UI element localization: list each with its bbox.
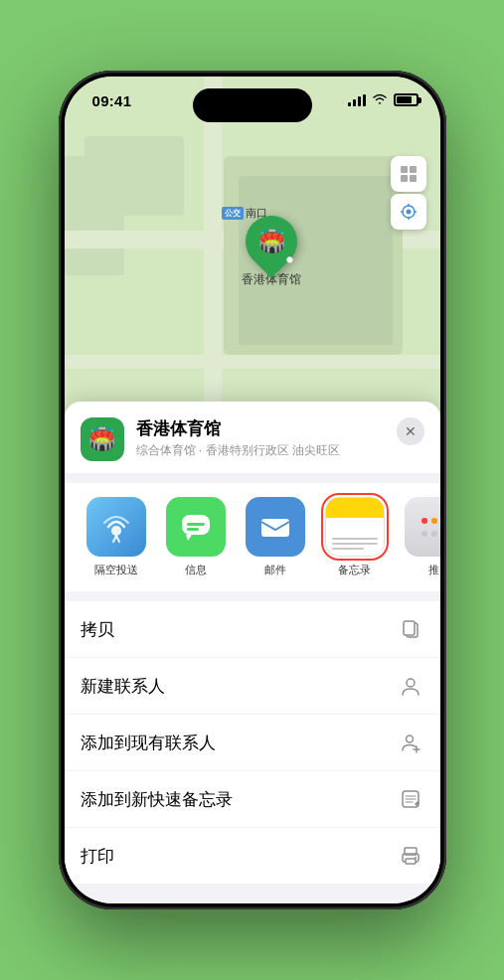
share-actions-row: 隔空投送 信息 [65,483,440,591]
copy-icon [397,615,424,643]
svg-rect-30 [406,859,416,864]
status-icons [348,92,419,107]
close-button[interactable]: ✕ [397,417,424,445]
wifi-icon [372,92,388,107]
dynamic-island [193,88,312,122]
notes-visual [326,498,384,556]
svg-point-20 [407,679,415,687]
share-messages[interactable]: 信息 [160,497,232,577]
action-list: 拷贝 新建联系人 [65,601,440,884]
more-label: 推 [428,563,439,577]
action-copy-label: 拷贝 [81,618,397,641]
svg-rect-2 [401,175,408,182]
airdrop-icon-wrap [86,497,146,557]
action-add-contact-label: 添加到现有联系人 [81,732,397,754]
map-type-button[interactable] [391,156,426,192]
svg-point-21 [406,735,413,742]
messages-label: 信息 [185,563,207,577]
location-subtitle: 综合体育馆 · 香港特别行政区 油尖旺区 [136,442,397,459]
person-add-icon [397,729,424,756]
location-venue-icon: 🏟️ [81,417,124,461]
location-header: 🏟️ 香港体育馆 综合体育馆 · 香港特别行政区 油尖旺区 ✕ [65,402,440,473]
more-dots [421,518,440,537]
close-icon: ✕ [405,423,417,439]
action-new-contact-label: 新建联系人 [81,675,397,698]
location-info: 香港体育馆 综合体育馆 · 香港特别行政区 油尖旺区 [136,417,397,459]
svg-point-10 [111,526,121,536]
status-time: 09:41 [92,92,132,109]
transit-badge: 公交 [222,207,244,220]
share-mail[interactable]: 邮件 [240,497,311,577]
person-icon [397,672,424,700]
more-icon-wrap [405,497,440,557]
notes-label: 备忘录 [338,563,371,577]
notes-icon-wrap [325,497,385,557]
mail-label: 邮件 [264,563,286,577]
svg-rect-16 [187,528,199,531]
location-button[interactable] [391,194,426,230]
share-airdrop[interactable]: 隔空投送 [81,497,152,577]
svg-point-9 [406,210,411,215]
share-notes[interactable]: 备忘录 [319,497,391,577]
battery-icon [394,93,419,106]
bottom-sheet: 🏟️ 香港体育馆 综合体育馆 · 香港特别行政区 油尖旺区 ✕ [65,402,440,903]
svg-rect-0 [401,166,408,173]
map-pin: 🏟️ 香港体育馆 [242,216,301,288]
action-add-contact[interactable]: 添加到现有联系人 [65,715,440,771]
svg-rect-3 [410,175,417,182]
messages-icon-wrap [166,497,226,557]
pin-circle: 🏟️ [235,205,308,278]
svg-rect-15 [187,523,205,526]
pin-icon: 🏟️ [257,229,284,254]
share-more[interactable]: 推 [399,497,440,577]
svg-line-12 [116,536,119,542]
action-quick-note[interactable]: 添加到新快速备忘录 [65,771,440,828]
signal-icon [348,94,366,106]
svg-marker-14 [186,535,192,541]
quick-note-icon [397,785,424,813]
action-quick-note-label: 添加到新快速备忘录 [81,788,397,811]
airdrop-label: 隔空投送 [94,563,138,577]
svg-rect-19 [404,621,415,635]
action-copy[interactable]: 拷贝 [65,601,440,658]
map-controls [391,156,426,230]
action-new-contact[interactable]: 新建联系人 [65,658,440,715]
action-print[interactable]: 打印 [65,828,440,884]
location-name: 香港体育馆 [136,417,397,440]
svg-rect-17 [261,519,289,537]
phone-frame: 09:41 [59,71,446,909]
action-print-label: 打印 [81,845,397,868]
svg-rect-1 [410,166,417,173]
print-icon [397,842,424,870]
phone-screen: 09:41 [65,77,440,903]
mail-icon-wrap [246,497,305,557]
svg-point-31 [415,857,417,859]
